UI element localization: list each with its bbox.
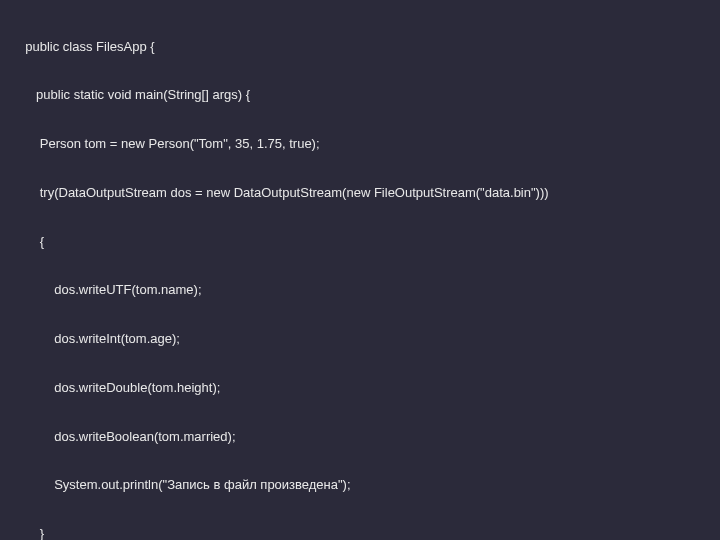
- code-line: {: [0, 234, 720, 250]
- code-line: public static void main(String[] args) {: [0, 87, 720, 103]
- code-line: try(DataOutputStream dos = new DataOutpu…: [0, 185, 720, 201]
- code-line: public class FilesApp {: [0, 39, 720, 55]
- code-line: dos.writeBoolean(tom.married);: [0, 429, 720, 445]
- code-line: dos.writeDouble(tom.height);: [0, 380, 720, 396]
- code-line: Person tom = new Person("Tom", 35, 1.75,…: [0, 136, 720, 152]
- code-line: System.out.println("Запись в файл произв…: [0, 477, 720, 493]
- code-line: dos.writeInt(tom.age);: [0, 331, 720, 347]
- code-line: }: [0, 526, 720, 540]
- code-slide-block: public class FilesApp { public static vo…: [0, 0, 720, 540]
- code-line: dos.writeUTF(tom.name);: [0, 282, 720, 298]
